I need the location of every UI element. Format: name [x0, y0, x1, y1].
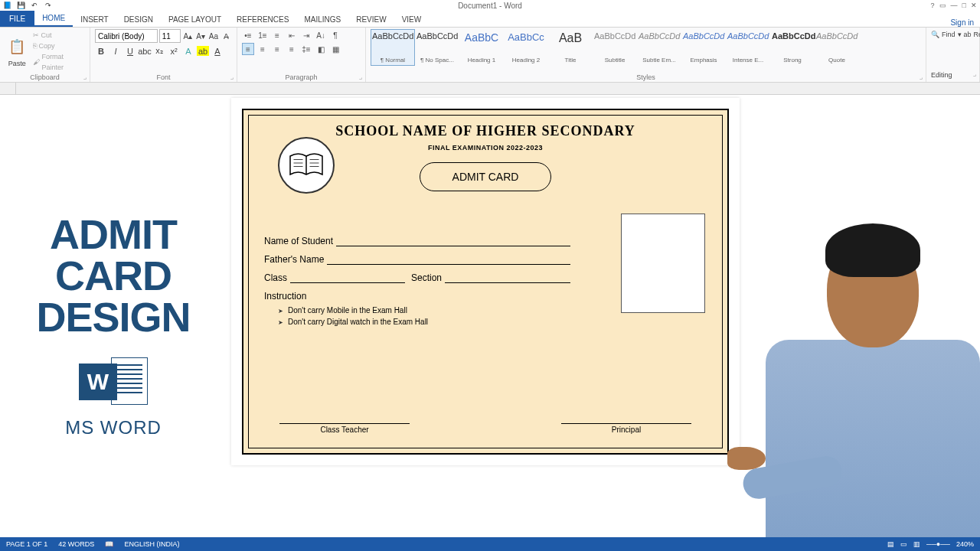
- status-bar: PAGE 1 OF 1 42 WORDS 📖 ENGLISH (INDIA) ▤…: [0, 537, 980, 551]
- style-no-spacing[interactable]: AaBbCcDd¶ No Spac...: [415, 29, 459, 66]
- minimize-icon[interactable]: —: [951, 2, 958, 9]
- admit-card-outer: SCHOOL NAME OF HIGHER SECONDARY FINAL EX…: [242, 109, 729, 455]
- document-page[interactable]: SCHOOL NAME OF HIGHER SECONDARY FINAL EX…: [231, 98, 740, 465]
- view-web-icon[interactable]: ▥: [913, 540, 920, 548]
- change-case-icon[interactable]: Aa: [208, 30, 220, 42]
- style-heading2[interactable]: AaBbCcHeading 2: [504, 29, 548, 66]
- highlight-button[interactable]: ab: [197, 46, 209, 56]
- superscript-button[interactable]: x²: [168, 46, 180, 56]
- style-subtle-emphasis[interactable]: AaBbCcDdSubtle Em...: [637, 29, 681, 66]
- form-fields: Name of Student Father's Name Class Sect…: [264, 236, 570, 326]
- status-language[interactable]: ENGLISH (INDIA): [124, 540, 179, 548]
- shrink-font-icon[interactable]: A▾: [195, 30, 207, 42]
- undo-icon[interactable]: ↶: [29, 0, 40, 11]
- style-quote[interactable]: AaBbCcDdQuote: [815, 29, 859, 66]
- align-left-icon[interactable]: ≡: [242, 43, 254, 55]
- window-controls: ? ▭ — □ ✕: [931, 2, 977, 9]
- borders-icon[interactable]: ▦: [329, 43, 341, 55]
- redo-icon[interactable]: ↷: [43, 0, 54, 11]
- group-paragraph: •≡ 1≡ ≡ ⇤ ⇥ A↓ ¶ ≡ ≡ ≡ ≡ ‡≡ ◧ ▦ Paragrap…: [237, 28, 366, 82]
- tab-view[interactable]: VIEW: [394, 12, 430, 27]
- copy-button[interactable]: ⎘Copy: [33, 41, 85, 51]
- horizontal-ruler[interactable]: [0, 83, 980, 95]
- strike-button[interactable]: abc: [139, 46, 151, 56]
- style-normal[interactable]: AaBbCcDd¶ Normal: [371, 29, 415, 66]
- view-read-icon[interactable]: ▤: [887, 540, 894, 548]
- font-size-combo[interactable]: 11: [159, 29, 181, 43]
- group-clipboard: 📋 Paste ✂Cut ⎘Copy 🖌Format Painter Clipb…: [0, 28, 90, 82]
- increase-indent-icon[interactable]: ⇥: [300, 29, 312, 41]
- style-emphasis[interactable]: AaBbCcDdEmphasis: [681, 29, 726, 66]
- status-proofing-icon[interactable]: 📖: [105, 540, 113, 548]
- save-icon[interactable]: 💾: [15, 0, 26, 11]
- font-color-button[interactable]: A: [211, 46, 224, 56]
- underline-button[interactable]: U: [124, 46, 136, 56]
- bold-button[interactable]: B: [95, 46, 107, 56]
- style-title[interactable]: AaBTitle: [548, 29, 593, 66]
- close-icon[interactable]: ✕: [971, 2, 977, 9]
- multilevel-icon[interactable]: ≡: [271, 29, 283, 41]
- label-student-name: Name of Student: [264, 236, 333, 246]
- italic-button[interactable]: I: [109, 46, 122, 56]
- document-area[interactable]: ADMIT CARD DESIGN W MS WORD SCHOOL NAME …: [0, 95, 980, 537]
- align-center-icon[interactable]: ≡: [256, 43, 269, 55]
- clipboard-label: Clipboard: [5, 73, 85, 82]
- quick-access-toolbar: 📘 💾 ↶ ↷: [0, 0, 54, 11]
- paste-button[interactable]: 📋 Paste: [5, 35, 30, 67]
- zoom-level[interactable]: 240%: [956, 540, 974, 548]
- tab-insert[interactable]: INSERT: [73, 12, 116, 27]
- style-gallery[interactable]: AaBbCcDd¶ Normal AaBbCcDd¶ No Spac... Aa…: [371, 29, 921, 66]
- admit-card-pill: ADMIT CARD: [420, 162, 551, 191]
- style-intense-emphasis[interactable]: AaBbCcDdIntense E...: [726, 29, 770, 66]
- sort-icon[interactable]: A↓: [315, 29, 327, 41]
- maximize-icon[interactable]: □: [962, 2, 966, 9]
- signature-principal: Principal: [561, 423, 691, 434]
- tab-design[interactable]: DESIGN: [116, 12, 161, 27]
- editing-label: Editing: [931, 70, 975, 82]
- style-heading1[interactable]: AaBbCHeading 1: [459, 29, 504, 66]
- help-icon[interactable]: ?: [931, 2, 935, 9]
- bullets-icon[interactable]: •≡: [242, 29, 254, 41]
- tab-home[interactable]: HOME: [34, 11, 73, 27]
- presenter-shirt: [766, 340, 980, 537]
- style-subtitle[interactable]: AaBbCcDdSubtitle: [593, 29, 637, 66]
- instruction-1: Don't carry Mobile in the Exam Hall: [278, 306, 570, 315]
- line-spacing-icon[interactable]: ‡≡: [300, 43, 312, 55]
- sign-in-link[interactable]: Sign in: [950, 18, 974, 27]
- tab-page-layout[interactable]: PAGE LAYOUT: [161, 12, 229, 27]
- subscript-button[interactable]: x₂: [153, 46, 165, 56]
- status-page[interactable]: PAGE 1 OF 1: [6, 540, 47, 548]
- ribbon: 📋 Paste ✂Cut ⎘Copy 🖌Format Painter Clipb…: [0, 28, 980, 83]
- text-effects-icon[interactable]: A: [182, 46, 194, 56]
- tab-references[interactable]: REFERENCES: [229, 12, 296, 27]
- status-words[interactable]: 42 WORDS: [58, 540, 94, 548]
- replace-button[interactable]: abReplace: [964, 29, 980, 41]
- tab-file[interactable]: FILE: [0, 10, 34, 27]
- decrease-indent-icon[interactable]: ⇤: [286, 29, 298, 41]
- signature-class-teacher: Class Teacher: [279, 423, 410, 434]
- format-painter-button[interactable]: 🖌Format Painter: [33, 51, 85, 73]
- clear-format-icon[interactable]: A̶: [220, 30, 232, 42]
- line-father-name: [327, 255, 570, 265]
- view-print-icon[interactable]: ▭: [900, 540, 907, 548]
- group-styles: AaBbCcDd¶ Normal AaBbCcDd¶ No Spac... Aa…: [366, 28, 926, 82]
- justify-icon[interactable]: ≡: [286, 43, 298, 55]
- ribbon-options-icon[interactable]: ▭: [939, 2, 946, 9]
- paste-icon: 📋: [7, 35, 27, 58]
- style-strong[interactable]: AaBbCcDdStrong: [770, 29, 815, 66]
- shading-icon[interactable]: ◧: [315, 43, 327, 55]
- presenter-hair: [825, 223, 920, 277]
- find-button[interactable]: 🔍Find ▾: [931, 29, 962, 41]
- cut-button[interactable]: ✂Cut: [33, 30, 85, 41]
- show-marks-icon[interactable]: ¶: [329, 29, 341, 41]
- numbering-icon[interactable]: 1≡: [256, 29, 269, 41]
- font-label: Font: [95, 73, 232, 82]
- photo-placeholder: [621, 214, 705, 313]
- align-right-icon[interactable]: ≡: [271, 43, 283, 55]
- grow-font-icon[interactable]: A▴: [182, 30, 194, 42]
- paragraph-label: Paragraph: [242, 73, 361, 82]
- zoom-slider[interactable]: ──●──: [926, 540, 950, 548]
- tab-review[interactable]: REVIEW: [348, 12, 394, 27]
- font-name-combo[interactable]: Calibri (Body): [95, 29, 158, 43]
- tab-mailings[interactable]: MAILINGS: [296, 12, 348, 27]
